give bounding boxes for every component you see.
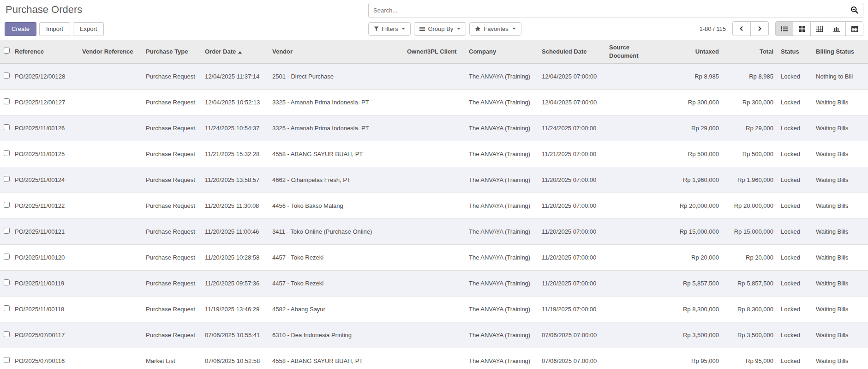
cell-scheduled-date[interactable]: 07/06/2025 07:00:00 xyxy=(538,348,605,369)
cell-source-document[interactable] xyxy=(605,219,660,245)
table-row[interactable]: PO/2025/07/00117 Purchase Request 07/06/… xyxy=(0,322,868,348)
cell-owner[interactable] xyxy=(403,296,465,322)
cell-total[interactable]: Rp 500,000 xyxy=(723,141,777,167)
cell-status[interactable]: Locked xyxy=(777,271,812,296)
cell-vendor[interactable]: 4457 - Toko Rezeki xyxy=(269,271,403,296)
cell-order-date[interactable]: 12/04/2025 10:52:13 xyxy=(201,90,269,115)
column-header-untaxed[interactable]: Untaxed xyxy=(660,40,723,64)
cell-billing-status[interactable]: Waiting Bills xyxy=(812,322,868,348)
cell-vendor-reference[interactable] xyxy=(78,245,142,271)
row-checkbox[interactable] xyxy=(4,305,10,311)
cell-billing-status[interactable]: Waiting Bills xyxy=(812,115,868,141)
cell-owner[interactable] xyxy=(403,322,465,348)
cell-status[interactable]: Locked xyxy=(777,167,812,193)
filters-dropdown[interactable]: Filters xyxy=(368,22,411,36)
cell-owner[interactable] xyxy=(403,167,465,193)
cell-company[interactable]: The ANVAYA (Training) xyxy=(465,115,538,141)
cell-purchase-type[interactable]: Purchase Request xyxy=(142,322,201,348)
cell-source-document[interactable] xyxy=(605,193,660,219)
cell-billing-status[interactable]: Waiting Bills xyxy=(812,296,868,322)
table-row[interactable]: PO/2025/11/00121 Purchase Request 11/20/… xyxy=(0,219,868,245)
cell-untaxed[interactable]: Rp 15,000,000 xyxy=(660,219,723,245)
cell-order-date[interactable]: 11/20/2025 11:00:46 xyxy=(201,219,269,245)
cell-scheduled-date[interactable]: 07/06/2025 07:00:00 xyxy=(538,322,605,348)
cell-owner[interactable] xyxy=(403,245,465,271)
cell-untaxed[interactable]: Rp 29,000 xyxy=(660,115,723,141)
table-row[interactable]: PO/2025/07/00116 Market List 07/06/2025 … xyxy=(0,348,868,369)
row-checkbox[interactable] xyxy=(4,150,10,156)
cell-untaxed[interactable]: Rp 3,500,000 xyxy=(660,322,723,348)
cell-billing-status[interactable]: Waiting Bills xyxy=(812,348,868,369)
cell-billing-status[interactable]: Waiting Bills xyxy=(812,90,868,115)
column-header-status[interactable]: Status xyxy=(777,40,812,64)
table-row[interactable]: PO/2025/11/00118 Purchase Request 11/19/… xyxy=(0,296,868,322)
search-input[interactable] xyxy=(368,3,863,18)
cell-reference[interactable]: PO/2025/11/00119 xyxy=(11,271,78,296)
cell-status[interactable]: Locked xyxy=(777,64,812,90)
row-checkbox[interactable] xyxy=(4,124,10,130)
cell-scheduled-date[interactable]: 11/20/2025 07:00:00 xyxy=(538,271,605,296)
column-header-vendor-reference[interactable]: Vendor Reference xyxy=(78,40,142,64)
cell-billing-status[interactable]: Waiting Bills xyxy=(812,245,868,271)
cell-source-document[interactable] xyxy=(605,115,660,141)
export-button[interactable]: Export xyxy=(73,22,104,36)
cell-vendor-reference[interactable] xyxy=(78,193,142,219)
column-header-purchase-type[interactable]: Purchase Type xyxy=(142,40,201,64)
cell-vendor-reference[interactable] xyxy=(78,90,142,115)
cell-untaxed[interactable]: Rp 20,000,000 xyxy=(660,193,723,219)
row-checkbox[interactable] xyxy=(4,98,10,104)
cell-status[interactable]: Locked xyxy=(777,296,812,322)
cell-status[interactable]: Locked xyxy=(777,115,812,141)
cell-status[interactable]: Locked xyxy=(777,90,812,115)
pivot-view-button[interactable] xyxy=(810,21,828,36)
cell-order-date[interactable]: 11/24/2025 10:54:37 xyxy=(201,115,269,141)
cell-company[interactable]: The ANVAYA (Training) xyxy=(465,219,538,245)
row-checkbox[interactable] xyxy=(4,73,10,79)
cell-purchase-type[interactable]: Purchase Request xyxy=(142,90,201,115)
column-header-reference[interactable]: Reference xyxy=(11,40,78,64)
table-row[interactable]: PO/2025/11/00126 Purchase Request 11/24/… xyxy=(0,115,868,141)
cell-total[interactable]: Rp 15,000,000 xyxy=(723,219,777,245)
cell-source-document[interactable] xyxy=(605,322,660,348)
cell-vendor[interactable]: 3411 - Toko Online (Purchase Online) xyxy=(269,219,403,245)
cell-status[interactable]: Locked xyxy=(777,245,812,271)
cell-purchase-type[interactable]: Purchase Request xyxy=(142,141,201,167)
cell-reference[interactable]: PO/2025/11/00118 xyxy=(11,296,78,322)
cell-order-date[interactable]: 11/19/2025 13:46:29 xyxy=(201,296,269,322)
table-row[interactable]: PO/2025/11/00124 Purchase Request 11/20/… xyxy=(0,167,868,193)
cell-source-document[interactable] xyxy=(605,348,660,369)
calendar-view-button[interactable] xyxy=(845,21,863,36)
cell-scheduled-date[interactable]: 11/19/2025 07:00:00 xyxy=(538,296,605,322)
cell-company[interactable]: The ANVAYA (Training) xyxy=(465,271,538,296)
cell-scheduled-date[interactable]: 12/04/2025 07:00:00 xyxy=(538,90,605,115)
cell-billing-status[interactable]: Waiting Bills xyxy=(812,193,868,219)
search-icon[interactable] xyxy=(850,6,859,15)
cell-scheduled-date[interactable]: 11/20/2025 07:00:00 xyxy=(538,193,605,219)
cell-owner[interactable] xyxy=(403,115,465,141)
pager-next-button[interactable] xyxy=(750,21,769,36)
cell-total[interactable]: Rp 29,000 xyxy=(723,115,777,141)
cell-purchase-type[interactable]: Purchase Request xyxy=(142,167,201,193)
cell-vendor-reference[interactable] xyxy=(78,271,142,296)
graph-view-button[interactable] xyxy=(828,21,846,36)
cell-untaxed[interactable]: Rp 95,000 xyxy=(660,348,723,369)
cell-status[interactable]: Locked xyxy=(777,348,812,369)
cell-untaxed[interactable]: Rp 5,857,500 xyxy=(660,271,723,296)
cell-purchase-type[interactable]: Purchase Request xyxy=(142,219,201,245)
cell-total[interactable]: Rp 1,960,000 xyxy=(723,167,777,193)
cell-order-date[interactable]: 07/06/2025 10:55:41 xyxy=(201,322,269,348)
cell-company[interactable]: The ANVAYA (Training) xyxy=(465,348,538,369)
table-row[interactable]: PO/2025/12/00128 Purchase Request 12/04/… xyxy=(0,64,868,90)
column-header-vendor[interactable]: Vendor xyxy=(269,40,403,64)
cell-reference[interactable]: PO/2025/12/00128 xyxy=(11,64,78,90)
cell-untaxed[interactable]: Rp 8,300,000 xyxy=(660,296,723,322)
cell-reference[interactable]: PO/2025/11/00125 xyxy=(11,141,78,167)
kanban-view-button[interactable] xyxy=(793,21,811,36)
create-button[interactable]: Create xyxy=(5,22,36,36)
cell-status[interactable]: Locked xyxy=(777,193,812,219)
cell-scheduled-date[interactable]: 11/20/2025 07:00:00 xyxy=(538,167,605,193)
cell-untaxed[interactable]: Rp 300,000 xyxy=(660,90,723,115)
cell-vendor[interactable]: 4558 - ABANG SAYUR BUAH, PT xyxy=(269,141,403,167)
cell-status[interactable]: Locked xyxy=(777,219,812,245)
cell-vendor-reference[interactable] xyxy=(78,115,142,141)
